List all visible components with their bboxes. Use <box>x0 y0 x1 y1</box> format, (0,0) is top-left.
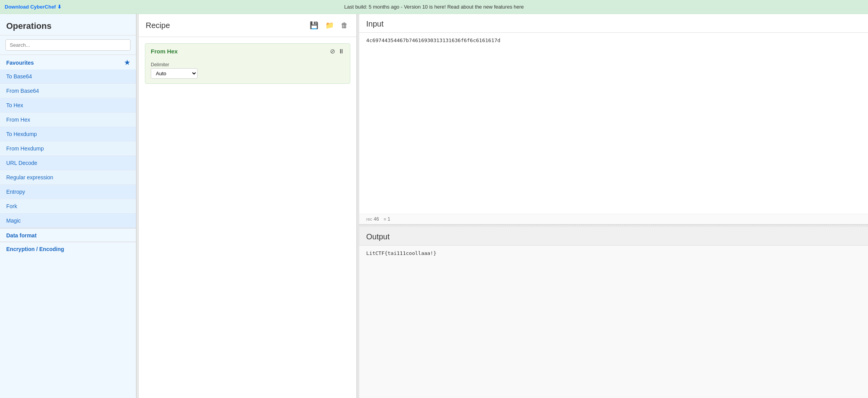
delimiter-field: Delimiter Auto <box>151 62 344 79</box>
input-stats: rec 46 ≡ 1 <box>359 214 868 224</box>
pause-icon[interactable]: ⏸ <box>338 48 344 55</box>
top-banner: Download CyberChef ⬇ Last build: 5 month… <box>0 0 868 14</box>
sidebar-title: Operations <box>0 14 136 35</box>
recipe-header: Recipe 💾 📁 🗑 <box>139 14 356 37</box>
output-header: Output <box>359 227 868 246</box>
op-card-body: Delimiter Auto <box>145 59 350 83</box>
recipe-actions: 💾 📁 🗑 <box>308 19 349 31</box>
favourites-label: Favourites <box>6 60 34 66</box>
output-value: LitCTF{tai111coollaaa!} <box>366 250 436 256</box>
recipe-load-button[interactable]: 📁 <box>324 19 335 31</box>
favourites-header: Favourites ★ <box>0 55 136 69</box>
recipe-delete-button[interactable]: 🗑 <box>339 20 349 31</box>
delimiter-select[interactable]: Auto <box>151 68 198 79</box>
op-card-icons: ⊘ ⏸ <box>330 48 344 55</box>
download-label[interactable]: Download CyberChef <box>5 4 56 10</box>
rec-value: 46 <box>374 216 379 222</box>
category-encryption-encoding: Encryption / Encoding <box>0 242 136 255</box>
category-data-format: Data format <box>0 228 136 242</box>
recipe-body: From Hex ⊘ ⏸ Delimiter Auto <box>139 37 356 398</box>
disable-icon[interactable]: ⊘ <box>330 48 335 55</box>
recipe-panel: Recipe 💾 📁 🗑 From Hex ⊘ ⏸ Delimiter <box>139 14 357 398</box>
banner-download-section[interactable]: Download CyberChef ⬇ <box>0 0 66 14</box>
op-card-title: From Hex <box>151 48 178 55</box>
io-panel: Input 4c69744354467b74616930313131636f6f… <box>359 14 868 398</box>
sidebar-item-from-hexdump[interactable]: From Hexdump <box>0 142 136 156</box>
input-section: Input 4c69744354467b74616930313131636f6f… <box>359 14 868 225</box>
output-content: LitCTF{tai111coollaaa!} <box>359 246 868 398</box>
download-icon: ⬇ <box>57 4 62 10</box>
sidebar-item-to-hex[interactable]: To Hex <box>0 98 136 113</box>
input-content[interactable]: 4c69744354467b74616930313131636f6f6c6161… <box>359 33 868 214</box>
sidebar-item-fork[interactable]: Fork <box>0 199 136 214</box>
sidebar-item-to-hexdump[interactable]: To Hexdump <box>0 127 136 142</box>
rec-label: rec <box>366 217 372 221</box>
sidebar-item-from-base64[interactable]: From Base64 <box>0 84 136 98</box>
star-icon[interactable]: ★ <box>124 59 130 66</box>
sidebar-item-from-hex[interactable]: From Hex <box>0 113 136 127</box>
banner-center-text: Last build: 5 months ago - Version 10 is… <box>344 4 524 10</box>
lines-icon: ≡ <box>384 217 386 221</box>
operation-from-hex: From Hex ⊘ ⏸ Delimiter Auto <box>145 43 350 84</box>
sidebar-item-regular-expression[interactable]: Regular expression <box>0 170 136 185</box>
recipe-title: Recipe <box>146 21 170 30</box>
sidebar: Operations Favourites ★ To Base64 From B… <box>0 14 136 398</box>
output-section: Output LitCTF{tai111coollaaa!} <box>359 227 868 398</box>
input-header: Input <box>359 14 868 33</box>
sidebar-item-magic[interactable]: Magic <box>0 214 136 228</box>
sidebar-item-to-base64[interactable]: To Base64 <box>0 69 136 84</box>
delimiter-label: Delimiter <box>151 62 344 67</box>
input-value: 4c69744354467b74616930313131636f6f6c6161… <box>366 37 500 43</box>
sidebar-item-url-decode[interactable]: URL Decode <box>0 156 136 170</box>
recipe-save-button[interactable]: 💾 <box>308 19 320 31</box>
lines-value: 1 <box>388 216 390 222</box>
download-link[interactable]: Download CyberChef ⬇ <box>5 4 62 10</box>
lines-stat: ≡ 1 <box>384 216 390 222</box>
main-layout: Operations Favourites ★ To Base64 From B… <box>0 14 868 398</box>
rec-stat: rec 46 <box>366 216 379 222</box>
sidebar-content: Favourites ★ To Base64 From Base64 To He… <box>0 55 136 398</box>
sidebar-search-container <box>0 35 136 55</box>
sidebar-item-entropy[interactable]: Entropy <box>0 185 136 199</box>
op-card-header: From Hex ⊘ ⏸ <box>145 44 350 59</box>
search-input[interactable] <box>5 39 131 51</box>
